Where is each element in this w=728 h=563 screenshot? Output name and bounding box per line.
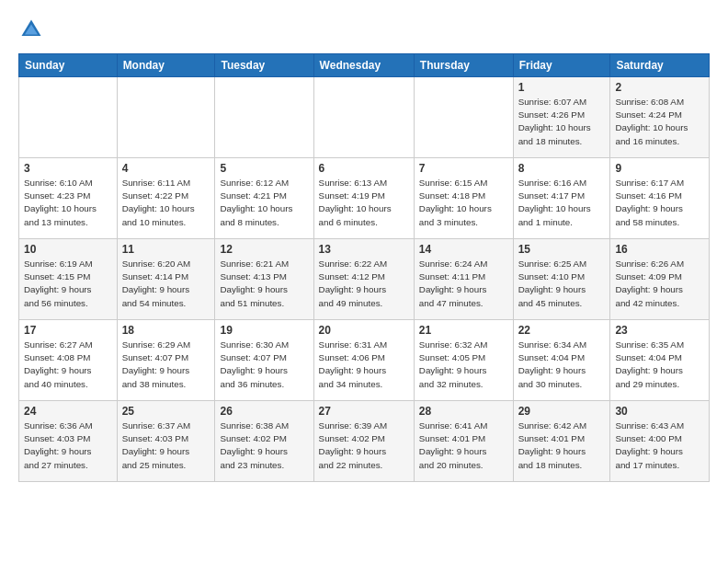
- day-info: Sunrise: 6:24 AM Sunset: 4:11 PM Dayligh…: [419, 258, 508, 310]
- day-info: Sunrise: 6:15 AM Sunset: 4:18 PM Dayligh…: [419, 177, 508, 229]
- day-info: Sunrise: 6:29 AM Sunset: 4:07 PM Dayligh…: [122, 339, 210, 391]
- calendar-cell: 10Sunrise: 6:19 AM Sunset: 4:15 PM Dayli…: [19, 239, 118, 320]
- calendar-cell: 27Sunrise: 6:39 AM Sunset: 4:02 PM Dayli…: [313, 401, 414, 482]
- calendar-cell: 6Sunrise: 6:13 AM Sunset: 4:19 PM Daylig…: [313, 158, 414, 239]
- calendar-cell: 19Sunrise: 6:30 AM Sunset: 4:07 PM Dayli…: [215, 320, 313, 401]
- calendar-cell: 25Sunrise: 6:37 AM Sunset: 4:03 PM Dayli…: [117, 401, 215, 482]
- day-info: Sunrise: 6:42 AM Sunset: 4:01 PM Dayligh…: [518, 419, 606, 472]
- day-info: Sunrise: 6:30 AM Sunset: 4:07 PM Dayligh…: [220, 339, 308, 391]
- page: SundayMondayTuesdayWednesdayThursdayFrid…: [0, 0, 728, 491]
- calendar-cell: 9Sunrise: 6:17 AM Sunset: 4:16 PM Daylig…: [610, 158, 710, 239]
- day-info: Sunrise: 6:16 AM Sunset: 4:17 PM Dayligh…: [518, 177, 606, 229]
- calendar-cell: 30Sunrise: 6:43 AM Sunset: 4:00 PM Dayli…: [610, 401, 710, 482]
- calendar-cell: [313, 77, 414, 158]
- day-info: Sunrise: 6:41 AM Sunset: 4:01 PM Dayligh…: [419, 419, 508, 472]
- week-row-2: 3Sunrise: 6:10 AM Sunset: 4:23 PM Daylig…: [19, 158, 710, 239]
- header-day-sunday: Sunday: [19, 54, 118, 77]
- day-info: Sunrise: 6:08 AM Sunset: 4:24 PM Dayligh…: [615, 96, 704, 148]
- day-number: 9: [615, 162, 704, 175]
- day-number: 5: [220, 162, 308, 175]
- week-row-3: 10Sunrise: 6:19 AM Sunset: 4:15 PM Dayli…: [19, 239, 710, 320]
- day-number: 22: [518, 324, 606, 337]
- calendar-cell: 3Sunrise: 6:10 AM Sunset: 4:23 PM Daylig…: [19, 158, 118, 239]
- calendar-cell: 26Sunrise: 6:38 AM Sunset: 4:02 PM Dayli…: [215, 401, 313, 482]
- day-info: Sunrise: 6:38 AM Sunset: 4:02 PM Dayligh…: [220, 419, 308, 472]
- header: [18, 17, 710, 42]
- day-number: 19: [220, 324, 308, 337]
- calendar-cell: 5Sunrise: 6:12 AM Sunset: 4:21 PM Daylig…: [215, 158, 313, 239]
- header-day-wednesday: Wednesday: [313, 54, 414, 77]
- day-number: 1: [518, 81, 606, 94]
- day-number: 16: [615, 243, 704, 256]
- calendar-header: SundayMondayTuesdayWednesdayThursdayFrid…: [19, 54, 710, 77]
- week-row-1: 1Sunrise: 6:07 AM Sunset: 4:26 PM Daylig…: [19, 77, 710, 158]
- day-number: 7: [419, 162, 508, 175]
- calendar-cell: [215, 77, 313, 158]
- header-day-thursday: Thursday: [414, 54, 513, 77]
- calendar-cell: [19, 77, 118, 158]
- day-info: Sunrise: 6:37 AM Sunset: 4:03 PM Dayligh…: [122, 419, 210, 472]
- day-info: Sunrise: 6:35 AM Sunset: 4:04 PM Dayligh…: [615, 339, 704, 391]
- day-number: 18: [122, 324, 210, 337]
- day-info: Sunrise: 6:21 AM Sunset: 4:13 PM Dayligh…: [220, 258, 308, 310]
- day-info: Sunrise: 6:07 AM Sunset: 4:26 PM Dayligh…: [518, 96, 606, 148]
- calendar-table: SundayMondayTuesdayWednesdayThursdayFrid…: [18, 53, 710, 482]
- day-info: Sunrise: 6:11 AM Sunset: 4:22 PM Dayligh…: [122, 177, 210, 229]
- day-number: 11: [122, 243, 210, 256]
- day-number: 28: [419, 405, 508, 418]
- day-info: Sunrise: 6:26 AM Sunset: 4:09 PM Dayligh…: [615, 258, 704, 310]
- day-info: Sunrise: 6:22 AM Sunset: 4:12 PM Dayligh…: [319, 258, 409, 310]
- day-number: 29: [518, 405, 606, 418]
- calendar-cell: 22Sunrise: 6:34 AM Sunset: 4:04 PM Dayli…: [513, 320, 610, 401]
- day-info: Sunrise: 6:31 AM Sunset: 4:06 PM Dayligh…: [319, 339, 409, 391]
- day-number: 2: [615, 81, 704, 94]
- calendar-cell: 13Sunrise: 6:22 AM Sunset: 4:12 PM Dayli…: [313, 239, 414, 320]
- day-info: Sunrise: 6:19 AM Sunset: 4:15 PM Dayligh…: [24, 258, 112, 310]
- calendar-cell: 7Sunrise: 6:15 AM Sunset: 4:18 PM Daylig…: [414, 158, 513, 239]
- day-number: 25: [122, 405, 210, 418]
- day-number: 3: [24, 162, 112, 175]
- calendar-cell: [117, 77, 215, 158]
- day-number: 27: [319, 405, 409, 418]
- calendar-cell: 1Sunrise: 6:07 AM Sunset: 4:26 PM Daylig…: [513, 77, 610, 158]
- logo-icon: [18, 17, 44, 42]
- calendar-cell: 18Sunrise: 6:29 AM Sunset: 4:07 PM Dayli…: [117, 320, 215, 401]
- day-number: 4: [122, 162, 210, 175]
- day-number: 6: [319, 162, 409, 175]
- calendar-cell: 28Sunrise: 6:41 AM Sunset: 4:01 PM Dayli…: [414, 401, 513, 482]
- day-info: Sunrise: 6:27 AM Sunset: 4:08 PM Dayligh…: [24, 339, 112, 391]
- day-number: 13: [319, 243, 409, 256]
- header-day-tuesday: Tuesday: [215, 54, 313, 77]
- day-number: 10: [24, 243, 112, 256]
- day-number: 20: [319, 324, 409, 337]
- day-info: Sunrise: 6:13 AM Sunset: 4:19 PM Dayligh…: [319, 177, 409, 229]
- calendar-cell: 20Sunrise: 6:31 AM Sunset: 4:06 PM Dayli…: [313, 320, 414, 401]
- calendar-cell: 21Sunrise: 6:32 AM Sunset: 4:05 PM Dayli…: [414, 320, 513, 401]
- day-number: 30: [615, 405, 704, 418]
- calendar-cell: 17Sunrise: 6:27 AM Sunset: 4:08 PM Dayli…: [19, 320, 118, 401]
- calendar-cell: 12Sunrise: 6:21 AM Sunset: 4:13 PM Dayli…: [215, 239, 313, 320]
- header-row: SundayMondayTuesdayWednesdayThursdayFrid…: [19, 54, 710, 77]
- day-info: Sunrise: 6:25 AM Sunset: 4:10 PM Dayligh…: [518, 258, 606, 310]
- day-number: 24: [24, 405, 112, 418]
- calendar-cell: 2Sunrise: 6:08 AM Sunset: 4:24 PM Daylig…: [610, 77, 710, 158]
- calendar-cell: 15Sunrise: 6:25 AM Sunset: 4:10 PM Dayli…: [513, 239, 610, 320]
- calendar-cell: [414, 77, 513, 158]
- calendar-cell: 8Sunrise: 6:16 AM Sunset: 4:17 PM Daylig…: [513, 158, 610, 239]
- day-number: 26: [220, 405, 308, 418]
- calendar-cell: 4Sunrise: 6:11 AM Sunset: 4:22 PM Daylig…: [117, 158, 215, 239]
- day-info: Sunrise: 6:17 AM Sunset: 4:16 PM Dayligh…: [615, 177, 704, 229]
- day-info: Sunrise: 6:39 AM Sunset: 4:02 PM Dayligh…: [319, 419, 409, 472]
- calendar-cell: 23Sunrise: 6:35 AM Sunset: 4:04 PM Dayli…: [610, 320, 710, 401]
- header-day-friday: Friday: [513, 54, 610, 77]
- header-day-monday: Monday: [117, 54, 215, 77]
- day-number: 17: [24, 324, 112, 337]
- day-info: Sunrise: 6:12 AM Sunset: 4:21 PM Dayligh…: [220, 177, 308, 229]
- calendar-cell: 14Sunrise: 6:24 AM Sunset: 4:11 PM Dayli…: [414, 239, 513, 320]
- day-info: Sunrise: 6:32 AM Sunset: 4:05 PM Dayligh…: [419, 339, 508, 391]
- header-day-saturday: Saturday: [610, 54, 710, 77]
- day-info: Sunrise: 6:10 AM Sunset: 4:23 PM Dayligh…: [24, 177, 112, 229]
- day-info: Sunrise: 6:20 AM Sunset: 4:14 PM Dayligh…: [122, 258, 210, 310]
- calendar-cell: 29Sunrise: 6:42 AM Sunset: 4:01 PM Dayli…: [513, 401, 610, 482]
- day-info: Sunrise: 6:34 AM Sunset: 4:04 PM Dayligh…: [518, 339, 606, 391]
